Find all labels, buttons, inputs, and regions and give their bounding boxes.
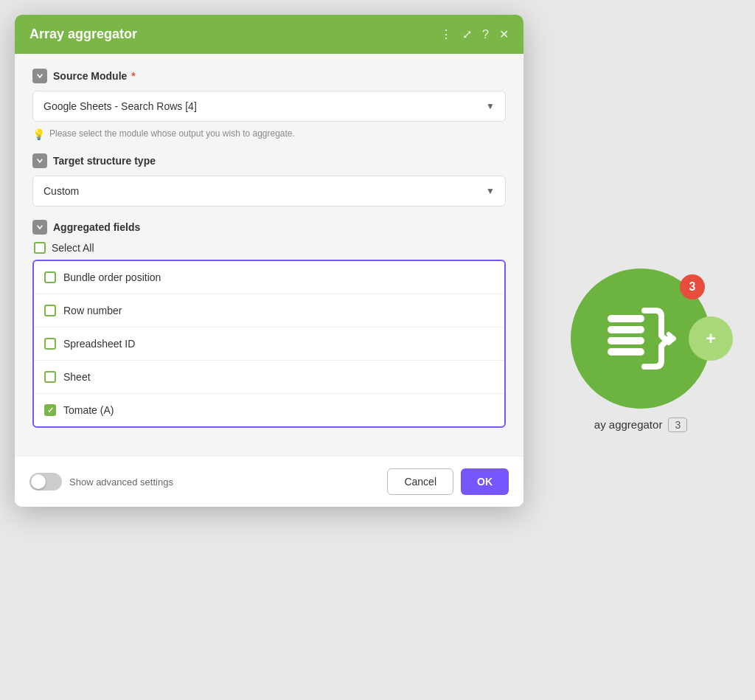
select-all-label: Select All xyxy=(52,242,94,254)
target-structure-section: Target structure type Custom ▼ xyxy=(32,153,506,207)
dropdown-arrow-icon-2: ▼ xyxy=(486,186,495,196)
node-badge: 3 xyxy=(680,274,705,299)
advanced-settings-toggle[interactable]: Show advanced settings xyxy=(29,473,173,491)
aggregated-fields-header: Aggregated fields xyxy=(32,220,506,235)
field-checkbox-sheet[interactable] xyxy=(44,371,56,383)
modal-header: Array aggregator ⋮ ⤢ ? ✕ xyxy=(15,15,523,54)
field-item-tomate-a[interactable]: Tomate (A) xyxy=(34,394,504,426)
fullscreen-icon[interactable]: ⤢ xyxy=(462,27,472,41)
aggregated-fields-toggle[interactable] xyxy=(32,220,47,235)
field-checkbox-spreadsheet-id[interactable] xyxy=(44,338,56,350)
cancel-button[interactable]: Cancel xyxy=(387,468,453,495)
field-label-tomate-a: Tomate (A) xyxy=(63,404,114,416)
field-checkbox-tomate-a[interactable] xyxy=(44,404,56,416)
field-label-row-number: Row number xyxy=(63,305,122,316)
close-icon[interactable]: ✕ xyxy=(499,27,509,41)
target-structure-title: Target structure type xyxy=(53,155,156,167)
target-structure-toggle[interactable] xyxy=(32,153,47,168)
modal-dialog: Array aggregator ⋮ ⤢ ? ✕ Sou xyxy=(15,15,523,507)
modal-overlay: Array aggregator ⋮ ⤢ ? ✕ Sou xyxy=(0,0,755,700)
field-checkbox-bundle-order-position[interactable] xyxy=(44,271,56,283)
aggregated-fields-section: Aggregated fields Select All Bundle orde… xyxy=(32,220,506,428)
field-label-sheet: Sheet xyxy=(63,371,91,383)
ok-button[interactable]: OK xyxy=(461,468,509,495)
hint-bulb-icon: 💡 xyxy=(32,128,45,140)
help-icon[interactable]: ? xyxy=(482,28,489,41)
source-module-hint: 💡 Please select the module whose output … xyxy=(32,128,506,140)
field-checkbox-row-number[interactable] xyxy=(44,305,56,316)
required-star: * xyxy=(128,70,135,82)
select-all-checkbox[interactable] xyxy=(34,242,46,254)
more-options-icon[interactable]: ⋮ xyxy=(440,27,452,41)
fields-list: Bundle order position Row number Spreads… xyxy=(32,260,506,428)
source-module-header: Source Module * xyxy=(32,69,506,83)
source-module-toggle[interactable] xyxy=(32,69,47,83)
field-label-spreadsheet-id: Spreadsheet ID xyxy=(63,338,135,350)
field-item-row-number[interactable]: Row number xyxy=(34,294,504,328)
toggle-label: Show advanced settings xyxy=(69,477,173,488)
target-structure-value: Custom xyxy=(44,185,79,197)
target-structure-header: Target structure type xyxy=(32,153,506,168)
dropdown-arrow-icon: ▼ xyxy=(486,101,495,111)
chevron-down-icon-2 xyxy=(36,157,44,164)
chevron-down-icon-3 xyxy=(36,223,44,231)
modal-body: Source Module * Google Sheets - Search R… xyxy=(15,54,523,456)
select-all-row[interactable]: Select All xyxy=(32,242,506,254)
source-module-section: Source Module * Google Sheets - Search R… xyxy=(32,69,506,140)
modal-title: Array aggregator xyxy=(29,27,137,42)
field-item-sheet[interactable]: Sheet xyxy=(34,361,504,394)
footer-buttons: Cancel OK xyxy=(387,468,509,495)
toggle-thumb xyxy=(31,474,46,489)
aggregated-fields-title: Aggregated fields xyxy=(53,221,140,233)
source-module-value: Google Sheets - Search Rows [4] xyxy=(44,100,197,112)
source-module-title: Source Module * xyxy=(53,70,136,82)
field-item-bundle-order-position[interactable]: Bundle order position xyxy=(34,261,504,294)
hint-text: Please select the module whose output yo… xyxy=(49,128,295,140)
modal-header-icons: ⋮ ⤢ ? ✕ xyxy=(440,27,509,41)
chevron-down-icon xyxy=(36,72,44,80)
target-structure-dropdown[interactable]: Custom ▼ xyxy=(32,176,506,207)
field-label-bundle-order-position: Bundle order position xyxy=(63,271,161,283)
modal-footer: Show advanced settings Cancel OK xyxy=(15,456,523,507)
toggle-track[interactable] xyxy=(29,473,62,491)
source-module-dropdown[interactable]: Google Sheets - Search Rows [4] ▼ xyxy=(32,91,506,122)
field-item-spreadsheet-id[interactable]: Spreadsheet ID xyxy=(34,328,504,361)
